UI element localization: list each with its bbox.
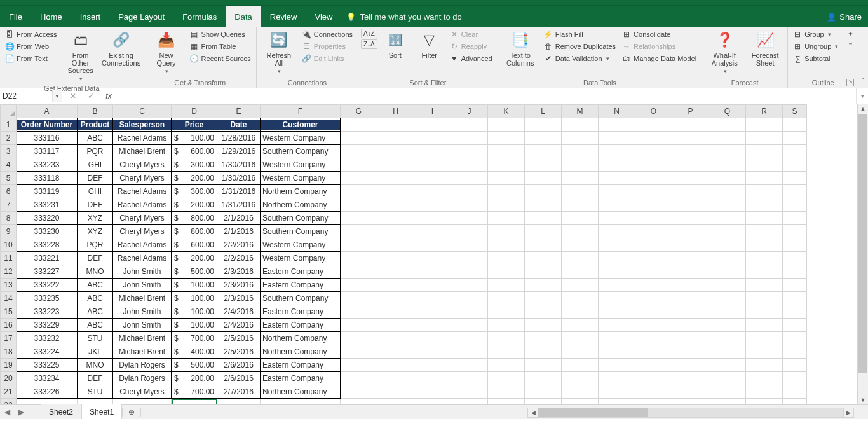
cell-O19[interactable] xyxy=(635,359,672,372)
row-header-14[interactable]: 14 xyxy=(1,292,17,305)
cell-N19[interactable] xyxy=(599,359,635,372)
cell-P3[interactable] xyxy=(672,145,709,158)
cell-J6[interactable] xyxy=(451,185,488,198)
cell-H18[interactable] xyxy=(377,345,414,359)
cell-O16[interactable] xyxy=(635,319,672,332)
cell-I6[interactable] xyxy=(414,185,451,198)
cell-G15[interactable] xyxy=(341,305,377,319)
cell-O1[interactable] xyxy=(635,118,672,132)
cell-H6[interactable] xyxy=(377,185,414,198)
cell-N8[interactable] xyxy=(599,212,635,225)
cell-P9[interactable] xyxy=(672,225,709,238)
cell-N9[interactable] xyxy=(599,225,635,238)
sort-desc-button[interactable]: Z↓A xyxy=(361,39,377,49)
cell-P11[interactable] xyxy=(672,252,709,265)
name-box-dropdown[interactable]: ▼ xyxy=(52,90,62,102)
cell-E19[interactable]: 2/6/2016 xyxy=(217,359,261,372)
cell-J15[interactable] xyxy=(451,305,488,319)
from-access-button[interactable]: 🗄From Access xyxy=(3,29,60,40)
cell-M15[interactable] xyxy=(562,305,599,319)
cell-D1[interactable]: Price xyxy=(172,118,217,132)
cell-F5[interactable]: Western Company xyxy=(261,172,341,185)
cell-M4[interactable] xyxy=(562,158,599,172)
row-header-18[interactable]: 18 xyxy=(1,345,17,359)
column-header-N[interactable]: N xyxy=(599,105,635,118)
cell-S13[interactable] xyxy=(783,279,807,292)
cell-F11[interactable]: Western Company xyxy=(261,252,341,265)
cell-B1[interactable]: Product xyxy=(78,118,113,132)
cell-Q4[interactable] xyxy=(709,158,746,172)
row-header-7[interactable]: 7 xyxy=(1,198,17,212)
cell-G20[interactable] xyxy=(341,372,377,385)
data-validation-button[interactable]: ✔Data Validation xyxy=(541,53,618,64)
cell-H21[interactable] xyxy=(377,385,414,399)
cell-C3[interactable]: Michael Brent xyxy=(113,145,172,158)
cell-A3[interactable]: 333117 xyxy=(17,145,78,158)
clear-filter-button[interactable]: ✕Clear xyxy=(447,29,495,40)
cell-H13[interactable] xyxy=(377,279,414,292)
cell-E18[interactable]: 2/5/2016 xyxy=(217,345,261,359)
cell-H22[interactable] xyxy=(377,399,414,405)
cell-L14[interactable] xyxy=(525,292,562,305)
cell-S21[interactable] xyxy=(783,385,807,399)
row-header-16[interactable]: 16 xyxy=(1,319,17,332)
cell-C16[interactable]: John Smith xyxy=(113,319,172,332)
column-header-A[interactable]: A xyxy=(17,105,78,118)
cell-R4[interactable] xyxy=(746,158,783,172)
cell-N14[interactable] xyxy=(599,292,635,305)
row-header-19[interactable]: 19 xyxy=(1,359,17,372)
cell-I18[interactable] xyxy=(414,345,451,359)
ungroup-button[interactable]: ⊞Ungroup xyxy=(790,41,841,52)
cell-C6[interactable]: Rachel Adams xyxy=(113,185,172,198)
cell-O12[interactable] xyxy=(635,265,672,279)
from-other-sources-button[interactable]: 🗃 From Other Sources xyxy=(61,29,100,83)
cell-N1[interactable] xyxy=(599,118,635,132)
cell-E3[interactable]: 1/29/2016 xyxy=(217,145,261,158)
row-header-4[interactable]: 4 xyxy=(1,158,17,172)
cell-S6[interactable] xyxy=(783,185,807,198)
cell-C1[interactable]: Salesperson xyxy=(113,118,172,132)
cell-B5[interactable]: DEF xyxy=(78,172,113,185)
outline-dialog-launcher[interactable]: ↘ xyxy=(846,79,854,86)
cell-R21[interactable] xyxy=(746,385,783,399)
cell-B2[interactable]: ABC xyxy=(78,132,113,145)
cell-H8[interactable] xyxy=(377,212,414,225)
vertical-scroll-thumb[interactable] xyxy=(858,114,867,373)
cell-G5[interactable] xyxy=(341,172,377,185)
cell-G4[interactable] xyxy=(341,158,377,172)
cell-R15[interactable] xyxy=(746,305,783,319)
cell-G16[interactable] xyxy=(341,319,377,332)
cell-B19[interactable]: MNO xyxy=(78,359,113,372)
cell-A12[interactable]: 333227 xyxy=(17,265,78,279)
cell-N10[interactable] xyxy=(599,238,635,252)
cell-C17[interactable]: Michael Brent xyxy=(113,332,172,345)
scroll-down-button[interactable]: ▼ xyxy=(858,396,868,404)
cell-D11[interactable]: $200.00 xyxy=(172,252,217,265)
cell-Q14[interactable] xyxy=(709,292,746,305)
subtotal-button[interactable]: ∑Subtotal xyxy=(790,53,841,64)
tab-page-layout[interactable]: Page Layout xyxy=(109,6,173,27)
cell-S17[interactable] xyxy=(783,332,807,345)
cell-M13[interactable] xyxy=(562,279,599,292)
cell-H4[interactable] xyxy=(377,158,414,172)
flash-fill-button[interactable]: ⚡Flash Fill xyxy=(541,29,618,40)
cell-C13[interactable]: John Smith xyxy=(113,279,172,292)
cell-O14[interactable] xyxy=(635,292,672,305)
cell-F10[interactable]: Western Company xyxy=(261,238,341,252)
row-header-6[interactable]: 6 xyxy=(1,185,17,198)
cell-M6[interactable] xyxy=(562,185,599,198)
new-sheet-button[interactable]: ⊕ xyxy=(122,408,141,417)
row-header-10[interactable]: 10 xyxy=(1,238,17,252)
cell-B15[interactable]: ABC xyxy=(78,305,113,319)
cell-I22[interactable] xyxy=(414,399,451,405)
cell-L20[interactable] xyxy=(525,372,562,385)
cell-J2[interactable] xyxy=(451,132,488,145)
cell-Q9[interactable] xyxy=(709,225,746,238)
cell-S22[interactable] xyxy=(783,399,807,405)
cell-D18[interactable]: $400.00 xyxy=(172,345,217,359)
scroll-right-button[interactable]: ▶ xyxy=(843,408,854,418)
cell-P17[interactable] xyxy=(672,332,709,345)
cell-G13[interactable] xyxy=(341,279,377,292)
cell-L18[interactable] xyxy=(525,345,562,359)
cell-E22[interactable] xyxy=(217,399,261,405)
